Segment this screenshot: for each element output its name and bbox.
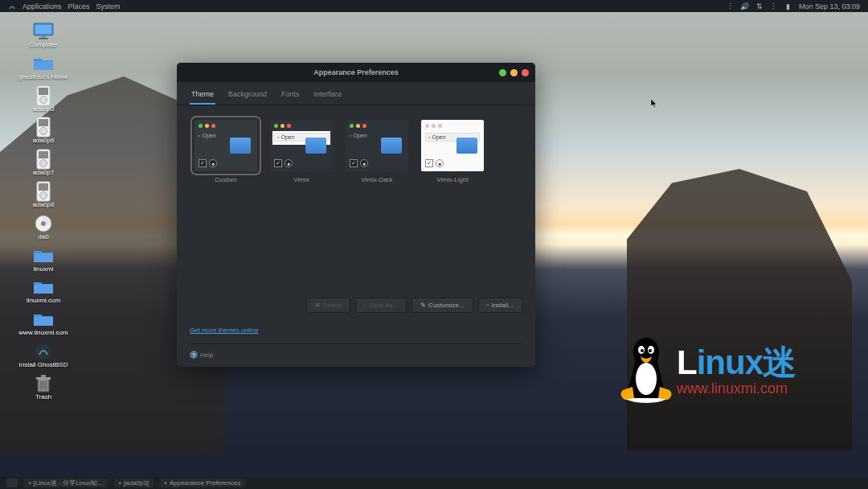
folder-icon [32, 246, 55, 265]
customize-icon: ✎ [420, 302, 426, 309]
svg-point-28 [641, 349, 644, 352]
minimize-button[interactable] [499, 69, 506, 76]
menu-system[interactable]: System [96, 2, 121, 10]
tray-separator-icon: ⋮ [727, 2, 735, 10]
taskbar-item[interactable]: ▪Appearance Preferences [160, 479, 245, 487]
more-themes-link[interactable]: Get more themes online [190, 327, 258, 334]
taskbar-item-icon: ▪ [119, 479, 121, 487]
svg-point-12 [40, 160, 47, 167]
ipod-icon [32, 86, 55, 105]
theme-label: Vimix-Dark [362, 176, 393, 183]
desktop-icon-ada0p8[interactable]: ada0p8 [18, 182, 69, 209]
taskbar-item[interactable]: ▪[Linux迷 - 分享Linux知... [24, 479, 108, 487]
help-button[interactable]: ?Help [190, 351, 213, 359]
folder-icon [32, 310, 55, 329]
desktop-icon-ada0p7[interactable]: ada0p7 [18, 150, 69, 177]
theme-thumbnail: ▫Open✓● [194, 120, 257, 171]
tab-theme[interactable]: Theme [190, 87, 215, 105]
theme-vimix[interactable]: ▫Open✓●Vimix [270, 120, 333, 183]
install-button[interactable]: ▫Install... [478, 298, 522, 313]
theme-label: Custom [215, 176, 237, 183]
theme-vimix-light[interactable]: ▫Open✓●Vimix-Light [421, 120, 484, 183]
desktop-icon-computer[interactable]: Computer [18, 22, 69, 49]
svg-rect-1 [35, 25, 51, 34]
theme-thumbnail: ▫Open✓● [346, 120, 408, 171]
ipod-icon [32, 182, 55, 201]
tab-background[interactable]: Background [227, 87, 268, 105]
desktop-icon-label: linuxmi.com [27, 298, 60, 305]
desktop-icon-da0[interactable]: da0 [18, 214, 69, 241]
svg-rect-5 [39, 88, 48, 95]
desktop-icon-label: ada0p7 [33, 170, 55, 177]
taskbar-item-label: Appearance Preferences [170, 479, 241, 487]
svg-point-18 [35, 343, 51, 360]
cursor-icon [651, 97, 657, 107]
svg-rect-3 [39, 38, 48, 39]
watermark-url: www.linuxmi.com [677, 380, 796, 397]
desktop-icon-install-ghostbsd[interactable]: Install GhostBSD [18, 342, 69, 369]
battery-icon[interactable]: ▮ [784, 2, 792, 10]
trash-icon [32, 374, 55, 393]
desktop-icon-label: ghostbsd's Home [18, 74, 68, 81]
desktop-icon-linuxmi-com[interactable]: linuxmi.com [18, 277, 69, 305]
installer-icon [32, 342, 55, 361]
taskbar-item-label: [Linux迷 - 分享Linux知... [34, 479, 103, 487]
network-icon[interactable]: ⇅ [755, 2, 764, 10]
desktop-icon-ghostbsd-s-home[interactable]: ghostbsd's Home [18, 54, 69, 81]
show-desktop-button[interactable] [6, 479, 18, 487]
svg-point-6 [40, 96, 47, 103]
theme-thumbnail: ▫Open✓● [421, 120, 484, 171]
help-icon: ? [190, 351, 198, 359]
svg-point-31 [636, 363, 657, 395]
save-as-button[interactable]: ▫Save As... [355, 298, 407, 313]
close-button[interactable] [522, 69, 529, 76]
tray-separator-icon: ⋮ [770, 2, 778, 10]
folder-icon [32, 54, 55, 73]
desktop-icon-linuxmi[interactable]: linuxmi [18, 246, 69, 273]
ghostbsd-logo-icon[interactable] [8, 2, 16, 10]
desktop-icon-label: da0 [38, 234, 48, 241]
delete-button: ✖Delete [306, 298, 350, 313]
theme-thumbnail: ▫Open✓● [270, 120, 333, 171]
desktop-icon-ada0p3[interactable]: ada0p3 [18, 86, 69, 113]
customize-button[interactable]: ✎Customize... [411, 298, 473, 313]
window-title: Appearance Preferences [313, 68, 399, 76]
tab-interface[interactable]: Interface [313, 87, 344, 105]
svg-rect-2 [41, 35, 46, 38]
taskbar-item-icon: ▪ [29, 479, 31, 487]
desktop-icon-label: ada0p8 [33, 202, 55, 209]
theme-label: Vimix [293, 176, 309, 183]
volume-icon[interactable]: 🔊 [741, 2, 749, 10]
theme-custom[interactable]: ▫Open✓●Custom [194, 120, 257, 183]
desktop-icon-trash[interactable]: Trash [18, 374, 69, 401]
menu-applications[interactable]: Applications [23, 2, 62, 10]
theme-vimix-dark[interactable]: ▫Open✓●Vimix-Dark [346, 120, 408, 183]
monitor-icon [32, 22, 55, 41]
watermark-title: Linux迷 [677, 340, 796, 385]
svg-point-9 [40, 128, 47, 135]
taskbar-item[interactable]: ▪[ada0p3] [114, 479, 154, 487]
save-icon: ▫ [364, 302, 366, 309]
delete-icon: ✖ [315, 302, 321, 309]
theme-label: Vimix-Light [436, 176, 468, 183]
folder-icon [32, 277, 55, 297]
desktop-icon-label: Computer [29, 42, 57, 49]
desktop-icon-label: ada0p6 [33, 138, 55, 145]
svg-point-15 [40, 191, 47, 199]
tab-fonts[interactable]: Fonts [280, 87, 301, 105]
titlebar[interactable]: Appearance Preferences [177, 63, 535, 82]
desktop-icon-www-linuxmi-com[interactable]: www.linuxmi.com [18, 310, 69, 337]
svg-rect-20 [36, 377, 51, 380]
desktop-icon-ada0p6[interactable]: ada0p6 [18, 117, 69, 145]
svg-rect-8 [39, 119, 48, 126]
desktop-icon-label: Trash [35, 394, 51, 401]
maximize-button[interactable] [510, 69, 518, 76]
taskbar-item-label: [ada0p3] [124, 479, 149, 487]
top-panel: Applications Places System ⋮ 🔊 ⇅ ⋮ ▮ Mon… [0, 0, 868, 12]
menu-places[interactable]: Places [68, 2, 90, 10]
ipod-icon [32, 150, 55, 169]
install-icon: ▫ [487, 302, 489, 309]
svg-rect-14 [39, 183, 48, 191]
clock[interactable]: Mon Sep 13, 03:09 [799, 2, 860, 10]
disk-icon [32, 214, 55, 233]
